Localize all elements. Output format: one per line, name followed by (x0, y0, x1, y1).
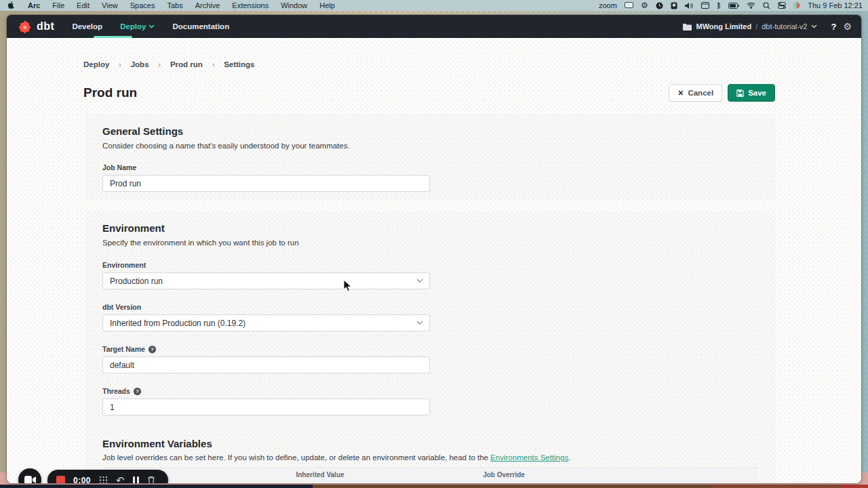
control-center-icon[interactable] (778, 1, 786, 9)
menubar-item-spaces[interactable]: Spaces (130, 1, 155, 9)
zoom-menu-item[interactable]: zoom (599, 1, 617, 9)
trash-icon[interactable] (147, 476, 155, 483)
threads-input[interactable] (102, 399, 430, 415)
menubar-item-archive[interactable]: Archive (195, 1, 220, 9)
environment-variables-heading: Environment Variables (102, 438, 757, 449)
environment-card: Environment Specify the environment in w… (85, 211, 775, 483)
nav-documentation[interactable]: Documentation (172, 22, 229, 30)
breadcrumb-separator: › (212, 61, 214, 68)
nav-develop[interactable]: Develop (72, 22, 102, 30)
environment-variables-note: Job level overrides can be set here. If … (102, 453, 757, 462)
general-settings-card: General Settings Consider choosing a nam… (85, 115, 775, 199)
dbt-version-label: dbt Version (102, 303, 757, 311)
breadcrumb-jobs[interactable]: Jobs (131, 60, 149, 68)
chevron-down-icon (416, 321, 423, 325)
threads-help-icon[interactable]: ? (134, 388, 141, 395)
macos-menubar: Arc File Edit View Spaces Tabs Archive E… (0, 0, 868, 11)
dbt-navbar: dbt Develop Deploy Documentation MWong L… (7, 15, 861, 38)
close-icon: ✕ (677, 89, 684, 98)
menubar-item-file[interactable]: File (52, 1, 64, 9)
browser-window: dbt Develop Deploy Documentation MWong L… (7, 15, 861, 483)
settings-gear-icon[interactable]: ⚙ (843, 22, 852, 31)
save-label: Save (748, 89, 766, 97)
env-vars-table-header: Inherited Value Job Override (102, 467, 757, 482)
menubar-item-view[interactable]: View (102, 1, 118, 9)
threads-label-text: Threads (102, 387, 130, 395)
breadcrumb: Deploy › Jobs › Prod run › Settings (83, 38, 775, 68)
menubar-item-help[interactable]: Help (319, 1, 335, 9)
menubar-item-window[interactable]: Window (281, 1, 307, 9)
breadcrumb-deploy[interactable]: Deploy (83, 60, 109, 68)
video-camera-icon (24, 476, 36, 483)
breadcrumb-separator: › (119, 61, 121, 68)
nav-deploy[interactable]: Deploy (120, 22, 155, 30)
breadcrumb-prod-run[interactable]: Prod run (170, 60, 203, 68)
breadcrumb-settings[interactable]: Settings (224, 60, 254, 68)
save-icon (736, 89, 744, 97)
wifi-icon[interactable] (747, 1, 755, 9)
menubar-item-tabs[interactable]: Tabs (167, 1, 182, 9)
apple-menu-icon[interactable] (8, 1, 16, 9)
bluetooth-icon[interactable]: ᛒ (717, 1, 722, 9)
page-title: Prod run (83, 85, 137, 100)
environment-select-label: Environment (102, 261, 757, 269)
environments-settings-link[interactable]: Environments Settings (490, 453, 568, 462)
cancel-button[interactable]: ✕ Cancel (669, 84, 722, 102)
undo-icon[interactable]: ↶ (116, 475, 125, 483)
gear-status-icon[interactable]: ⚙ (641, 1, 648, 9)
folder-icon (683, 23, 692, 30)
breadcrumb-separator: › (159, 61, 161, 68)
env-note-suffix: . (568, 453, 570, 462)
stop-recording-button[interactable] (56, 476, 65, 483)
dbt-logo-icon (16, 18, 33, 35)
account-name: MWong Limited (696, 22, 751, 30)
nav-links: Develop Deploy Documentation (72, 22, 229, 30)
menubar-item-extensions[interactable]: Extensions (232, 1, 269, 9)
save-button[interactable]: Save (728, 84, 775, 102)
search-icon[interactable] (763, 1, 770, 9)
env-vars-inherited-column: Inherited Value (231, 471, 409, 479)
env-note-prefix: Job level overrides can be set here. If … (102, 453, 490, 462)
recording-timer: 0:00 (73, 476, 91, 484)
help-icon[interactable]: ? (831, 22, 836, 32)
recording-toolbar: 0:00 ↶ (47, 470, 168, 483)
env-vars-override-column: Job Override (409, 471, 599, 479)
environment-select[interactable]: Production run (102, 272, 430, 289)
threads-label: Threads ? (102, 387, 757, 395)
drawing-tools-icon[interactable] (99, 476, 108, 483)
screen-mirroring-icon[interactable] (625, 1, 633, 9)
pause-icon[interactable] (133, 476, 139, 483)
chevron-down-icon (416, 279, 423, 283)
nav-deploy-label: Deploy (120, 22, 146, 30)
env-vars-table-row (102, 482, 757, 483)
environment-heading: Environment (102, 222, 757, 234)
window-switch-icon[interactable] (701, 1, 709, 9)
account-separator: / (755, 22, 757, 30)
chevron-down-icon (149, 24, 155, 28)
status-dot-icon[interactable] (793, 1, 800, 9)
general-settings-subtitle: Consider choosing a name that's easily u… (102, 142, 757, 150)
target-name-help-icon[interactable]: ? (149, 346, 156, 353)
target-name-input[interactable] (102, 357, 430, 373)
environment-select-value: Production run (110, 277, 163, 286)
volume-icon[interactable] (685, 1, 694, 9)
menubar-item-arc[interactable]: Arc (28, 1, 40, 9)
app-box-icon[interactable] (671, 1, 677, 9)
cancel-label: Cancel (688, 89, 713, 97)
environment-subtitle: Specify the environment in which you wan… (102, 239, 757, 247)
page-content: Deploy › Jobs › Prod run › Settings Prod… (7, 38, 861, 483)
dbt-logo[interactable]: dbt (16, 18, 54, 35)
camera-bubble-button[interactable] (18, 468, 41, 483)
project-name: dbt-tutorial-v2 (762, 22, 807, 30)
battery-icon[interactable] (728, 1, 739, 9)
job-name-label: Job Name (102, 163, 757, 171)
menubar-clock[interactable]: Thu 9 Feb 12:21 (808, 1, 863, 9)
chevron-down-icon (811, 24, 817, 28)
account-project-switcher[interactable]: MWong Limited / dbt-tutorial-v2 (683, 22, 817, 30)
clock-status-icon[interactable] (656, 1, 663, 9)
job-name-input[interactable] (102, 175, 430, 192)
dbt-version-select[interactable]: Inherited from Production run (0.19.2) (102, 314, 430, 331)
menubar-item-edit[interactable]: Edit (77, 1, 90, 9)
target-name-label: Target Name ? (102, 345, 757, 353)
dbt-version-value: Inherited from Production run (0.19.2) (110, 319, 245, 328)
